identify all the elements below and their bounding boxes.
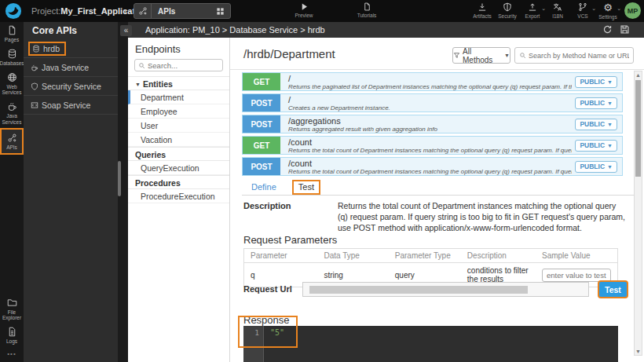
core-api-item-soap-service[interactable]: Soap Service xyxy=(24,96,118,115)
access-dropdown[interactable]: PUBLIC▼ xyxy=(575,140,617,152)
scrollbar-thumb[interactable] xyxy=(635,80,641,177)
method-body: / Creates a new Department instance. xyxy=(280,94,575,112)
settings-button[interactable]: ⌄ ⚙ Settings xyxy=(595,2,620,20)
export-button[interactable]: ⌄ Export xyxy=(520,2,545,19)
tab-test[interactable]: Test xyxy=(292,180,320,195)
apis-workspace-tab[interactable]: APIs xyxy=(134,3,231,19)
method-path: / xyxy=(288,75,572,83)
test-button[interactable]: Test xyxy=(599,282,627,297)
method-description: Returns aggregated result with given agg… xyxy=(288,126,572,133)
endpoints-search-input[interactable] xyxy=(148,61,218,70)
security-button[interactable]: Security xyxy=(495,2,520,19)
resource-title: /hrdb/Department xyxy=(243,47,335,60)
refresh-icon[interactable] xyxy=(602,24,613,35)
caret-down-icon: ▼ xyxy=(607,79,613,85)
method-search-input[interactable] xyxy=(529,52,629,60)
top-bar: Project:My_First_Application › APIs Prev… xyxy=(0,0,644,22)
panel-scrollbar-thumb[interactable] xyxy=(118,161,121,196)
wavemaker-logo-icon[interactable] xyxy=(5,2,22,20)
sidebar-item-pages[interactable]: Pages xyxy=(0,22,24,46)
access-dropdown[interactable]: PUBLIC▼ xyxy=(575,97,617,109)
method-row-post-root[interactable]: POST / Creates a new Department instance… xyxy=(242,93,623,112)
access-dropdown[interactable]: PUBLIC▼ xyxy=(575,76,617,88)
sidebar-item-databases[interactable]: Databases xyxy=(0,46,24,69)
sample-value-input[interactable] xyxy=(542,269,611,282)
endpoint-item-vacation[interactable]: Vacation xyxy=(128,133,229,147)
branch-icon xyxy=(578,2,587,12)
artifacts-button[interactable]: Artifacts xyxy=(470,2,495,19)
column-header: Data Type xyxy=(317,249,388,263)
sidebar-spacer xyxy=(0,155,24,294)
document-icon xyxy=(363,2,371,11)
request-url-row: Request Url Test xyxy=(243,282,632,298)
vcs-button[interactable]: ⌄ VCS xyxy=(570,2,595,19)
tutorials-button[interactable]: Tutorials xyxy=(349,2,385,18)
collapse-panel-button[interactable]: « xyxy=(120,25,132,36)
vertical-scrollbar[interactable]: ▲ ▼ xyxy=(634,71,642,356)
response-title: Response xyxy=(243,314,290,326)
description-row: Description Returns the total count of D… xyxy=(243,201,632,234)
method-row-post-aggregations[interactable]: POST /aggregations Returns aggregated re… xyxy=(242,115,623,133)
log-icon xyxy=(7,327,17,337)
grid-icon[interactable] xyxy=(212,7,228,16)
access-dropdown[interactable]: PUBLIC▼ xyxy=(575,161,617,173)
core-api-item-security-service[interactable]: Security Service xyxy=(24,77,118,96)
coffee-icon xyxy=(31,64,38,71)
api-node-icon xyxy=(134,4,152,18)
api-detail-panel: /hrdb/Department All Methods ▼ GET / Ret… xyxy=(230,38,644,362)
response-code-editor[interactable]: 1 "5" xyxy=(243,326,618,362)
tab-define[interactable]: Define xyxy=(242,180,286,195)
caret-down-icon: ▼ xyxy=(607,122,613,127)
tab-label: APIs xyxy=(152,7,212,16)
core-api-item-hrdb[interactable]: hrdb xyxy=(24,39,118,58)
sidebar-item-file-explorer[interactable]: File Explorer xyxy=(0,294,24,324)
method-body: /aggregations Returns aggregated result … xyxy=(280,115,575,133)
topbar-actions: Artifacts Security ⌄ Export I18N ⌄ VCS ⌄… xyxy=(470,2,620,20)
core-api-label: Soap Service xyxy=(42,101,90,110)
translate-icon xyxy=(553,2,562,12)
method-row-get-root[interactable]: GET / Returns the paginated list of Depa… xyxy=(242,72,623,91)
entities-section-header[interactable]: ▼Entities xyxy=(128,76,229,90)
app-header: Application: PM_10 > Database Service > … xyxy=(128,22,644,38)
scroll-down-arrow[interactable]: ▼ xyxy=(635,349,642,354)
preview-button[interactable]: Preview xyxy=(286,2,322,18)
access-dropdown[interactable]: PUBLIC▼ xyxy=(575,119,617,130)
method-verb-badge: POST xyxy=(243,115,280,133)
database-icon xyxy=(32,45,40,53)
endpoint-item-procedureexecution[interactable]: ProcedureExecution xyxy=(128,189,229,203)
endpoints-search[interactable] xyxy=(134,59,223,71)
i18n-button[interactable]: I18N xyxy=(545,2,570,19)
endpoint-item-employee[interactable]: Employee xyxy=(128,104,229,119)
sidebar-item-logs[interactable]: Logs xyxy=(0,324,24,347)
content-area: Endpoints ▼Entities Department Employee … xyxy=(128,38,644,362)
endpoint-item-user[interactable]: User xyxy=(128,119,229,133)
method-search[interactable] xyxy=(514,47,634,64)
save-icon[interactable] xyxy=(620,24,630,35)
shield-icon xyxy=(31,82,38,90)
primary-sidebar: Pages Databases Web Services Java Servic… xyxy=(0,22,24,362)
sidebar-item-web-services[interactable]: Web Services xyxy=(0,69,24,99)
sidebar-item-apis[interactable]: APIs xyxy=(0,128,24,155)
method-body: /count Returns the total count of Depart… xyxy=(280,158,575,175)
endpoints-panel: Endpoints ▼Entities Department Employee … xyxy=(128,38,230,362)
request-url-field[interactable] xyxy=(302,282,589,297)
method-row-get-count[interactable]: GET /count Returns the total count of De… xyxy=(242,136,623,155)
user-avatar[interactable]: MP xyxy=(624,2,641,19)
procedures-section-header[interactable]: Procedures xyxy=(128,175,229,189)
method-path: /aggregations xyxy=(288,117,572,126)
download-icon xyxy=(478,2,487,12)
method-description: Creates a new Department instance. xyxy=(288,104,572,112)
endpoint-item-department[interactable]: Department xyxy=(128,90,229,104)
sidebar-more-button[interactable]: ••• xyxy=(0,347,24,362)
caret-down-icon: ▼ xyxy=(607,143,613,148)
description-text: Returns the total count of Department in… xyxy=(338,201,628,234)
core-apis-panel: Core APIs hrdb Java Service Security Ser… xyxy=(24,22,118,362)
core-api-item-java-service[interactable]: Java Service xyxy=(24,58,118,77)
method-row-post-count[interactable]: POST /count Returns the total count of D… xyxy=(242,157,623,176)
sidebar-item-java-services[interactable]: Java Services xyxy=(0,98,24,128)
scroll-up-arrow[interactable]: ▲ xyxy=(635,72,642,78)
method-filter-dropdown[interactable]: All Methods ▼ xyxy=(452,47,510,64)
queries-section-header[interactable]: Queries xyxy=(128,147,229,161)
funnel-icon xyxy=(453,52,460,59)
endpoint-item-queryexecution[interactable]: QueryExecution xyxy=(128,161,229,175)
